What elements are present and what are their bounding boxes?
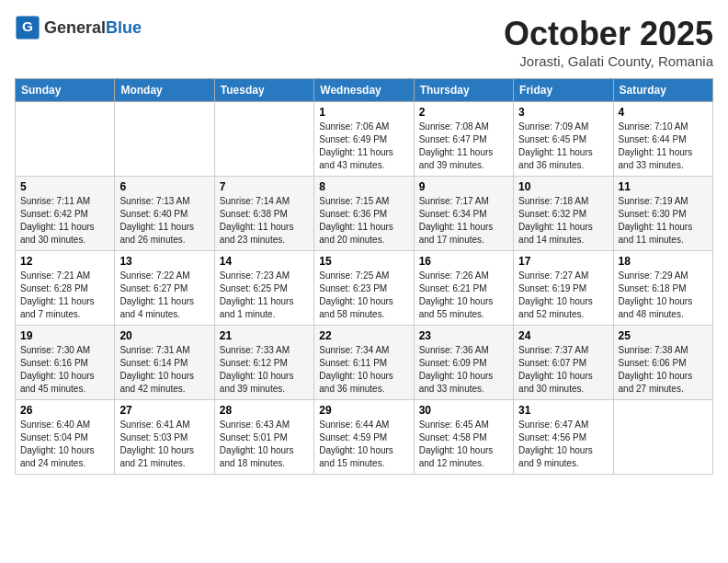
calendar-cell: 25Sunrise: 7:38 AMSunset: 6:06 PMDayligh… — [613, 326, 712, 400]
day-info: Sunrise: 7:08 AMSunset: 6:47 PMDaylight:… — [419, 121, 508, 172]
day-info: Sunrise: 7:36 AMSunset: 6:09 PMDaylight:… — [419, 344, 508, 396]
day-number: 3 — [518, 106, 608, 119]
day-number: 19 — [20, 329, 109, 342]
calendar-week-row: 1Sunrise: 7:06 AMSunset: 6:49 PMDaylight… — [16, 102, 713, 177]
weekday-header-cell: Saturday — [613, 79, 712, 102]
day-info: Sunrise: 7:22 AMSunset: 6:27 PMDaylight:… — [119, 270, 209, 321]
title-block: October 2025 Jorasti, Galati County, Rom… — [504, 15, 713, 69]
calendar-cell: 30Sunrise: 6:45 AMSunset: 4:58 PMDayligh… — [414, 400, 513, 475]
calendar-cell: 6Sunrise: 7:13 AMSunset: 6:40 PMDaylight… — [115, 177, 214, 251]
day-info: Sunrise: 7:27 AMSunset: 6:19 PMDaylight:… — [518, 270, 608, 321]
calendar-cell — [214, 102, 313, 177]
day-number: 14 — [220, 255, 309, 268]
calendar-cell: 20Sunrise: 7:31 AMSunset: 6:14 PMDayligh… — [115, 326, 214, 400]
calendar-week-row: 12Sunrise: 7:21 AMSunset: 6:28 PMDayligh… — [16, 251, 713, 326]
day-info: Sunrise: 6:47 AMSunset: 4:56 PMDaylight:… — [518, 419, 608, 470]
calendar-cell: 12Sunrise: 7:21 AMSunset: 6:28 PMDayligh… — [16, 251, 115, 326]
day-number: 20 — [119, 329, 209, 342]
day-number: 29 — [319, 404, 408, 417]
day-number: 25 — [619, 329, 708, 342]
day-number: 6 — [119, 180, 209, 193]
calendar-cell: 19Sunrise: 7:30 AMSunset: 6:16 PMDayligh… — [16, 326, 115, 400]
day-number: 27 — [119, 404, 209, 417]
day-number: 1 — [319, 106, 408, 119]
day-number: 2 — [419, 106, 508, 119]
calendar-cell — [16, 102, 115, 177]
day-number: 13 — [119, 255, 209, 268]
weekday-header-cell: Friday — [514, 79, 613, 102]
day-info: Sunrise: 6:44 AMSunset: 4:59 PMDaylight:… — [319, 419, 408, 470]
day-info: Sunrise: 7:11 AMSunset: 6:42 PMDaylight:… — [20, 195, 109, 247]
day-info: Sunrise: 7:14 AMSunset: 6:38 PMDaylight:… — [220, 195, 309, 247]
calendar-cell: 15Sunrise: 7:25 AMSunset: 6:23 PMDayligh… — [314, 251, 414, 326]
day-info: Sunrise: 7:10 AMSunset: 6:44 PMDaylight:… — [619, 121, 708, 172]
logo: G GeneralBlue — [15, 15, 142, 40]
calendar-cell — [115, 102, 214, 177]
calendar-cell — [613, 400, 712, 475]
calendar-cell: 8Sunrise: 7:15 AMSunset: 6:36 PMDaylight… — [314, 177, 414, 251]
day-number: 5 — [20, 180, 109, 193]
day-info: Sunrise: 6:40 AMSunset: 5:04 PMDaylight:… — [20, 419, 109, 470]
calendar-week-row: 5Sunrise: 7:11 AMSunset: 6:42 PMDaylight… — [16, 177, 713, 251]
day-info: Sunrise: 7:29 AMSunset: 6:18 PMDaylight:… — [619, 270, 708, 321]
weekday-header-cell: Monday — [115, 79, 214, 102]
day-info: Sunrise: 7:06 AMSunset: 6:49 PMDaylight:… — [319, 121, 408, 172]
day-info: Sunrise: 7:31 AMSunset: 6:14 PMDaylight:… — [119, 344, 209, 396]
page-header: G GeneralBlue October 2025 Jorasti, Gala… — [15, 15, 713, 69]
day-number: 7 — [220, 180, 309, 193]
calendar-table: SundayMondayTuesdayWednesdayThursdayFrid… — [15, 78, 713, 475]
day-info: Sunrise: 7:17 AMSunset: 6:34 PMDaylight:… — [419, 195, 508, 247]
day-number: 31 — [518, 404, 608, 417]
day-info: Sunrise: 7:25 AMSunset: 6:23 PMDaylight:… — [319, 270, 408, 321]
calendar-cell: 26Sunrise: 6:40 AMSunset: 5:04 PMDayligh… — [16, 400, 115, 475]
day-number: 22 — [319, 329, 408, 342]
day-number: 24 — [518, 329, 608, 342]
day-info: Sunrise: 7:15 AMSunset: 6:36 PMDaylight:… — [319, 195, 408, 247]
day-info: Sunrise: 7:18 AMSunset: 6:32 PMDaylight:… — [518, 195, 608, 247]
day-info: Sunrise: 7:33 AMSunset: 6:12 PMDaylight:… — [220, 344, 309, 396]
weekday-header-cell: Thursday — [414, 79, 513, 102]
day-info: Sunrise: 7:19 AMSunset: 6:30 PMDaylight:… — [619, 195, 708, 247]
day-info: Sunrise: 7:30 AMSunset: 6:16 PMDaylight:… — [20, 344, 109, 396]
calendar-cell: 31Sunrise: 6:47 AMSunset: 4:56 PMDayligh… — [514, 400, 613, 475]
day-info: Sunrise: 7:13 AMSunset: 6:40 PMDaylight:… — [119, 195, 209, 247]
weekday-header-cell: Wednesday — [314, 79, 414, 102]
calendar-cell: 28Sunrise: 6:43 AMSunset: 5:01 PMDayligh… — [214, 400, 313, 475]
calendar-week-row: 19Sunrise: 7:30 AMSunset: 6:16 PMDayligh… — [16, 326, 713, 400]
calendar-cell: 9Sunrise: 7:17 AMSunset: 6:34 PMDaylight… — [414, 177, 513, 251]
calendar-cell: 16Sunrise: 7:26 AMSunset: 6:21 PMDayligh… — [414, 251, 513, 326]
calendar-cell: 13Sunrise: 7:22 AMSunset: 6:27 PMDayligh… — [115, 251, 214, 326]
day-number: 15 — [319, 255, 408, 268]
calendar-cell: 29Sunrise: 6:44 AMSunset: 4:59 PMDayligh… — [314, 400, 414, 475]
logo-general-text: General — [44, 18, 106, 37]
day-info: Sunrise: 7:37 AMSunset: 6:07 PMDaylight:… — [518, 344, 608, 396]
calendar-cell: 11Sunrise: 7:19 AMSunset: 6:30 PMDayligh… — [613, 177, 712, 251]
month-title: October 2025 — [504, 15, 713, 53]
day-number: 23 — [419, 329, 508, 342]
calendar-body: 1Sunrise: 7:06 AMSunset: 6:49 PMDaylight… — [16, 102, 713, 475]
weekday-header-cell: Tuesday — [214, 79, 313, 102]
calendar-cell: 21Sunrise: 7:33 AMSunset: 6:12 PMDayligh… — [214, 326, 313, 400]
svg-text:G: G — [22, 18, 33, 34]
day-info: Sunrise: 7:26 AMSunset: 6:21 PMDaylight:… — [419, 270, 508, 321]
day-info: Sunrise: 7:34 AMSunset: 6:11 PMDaylight:… — [319, 344, 408, 396]
day-number: 26 — [20, 404, 109, 417]
logo-icon: G — [15, 15, 40, 40]
calendar-cell: 5Sunrise: 7:11 AMSunset: 6:42 PMDaylight… — [16, 177, 115, 251]
day-info: Sunrise: 7:21 AMSunset: 6:28 PMDaylight:… — [20, 270, 109, 321]
calendar-cell: 27Sunrise: 6:41 AMSunset: 5:03 PMDayligh… — [115, 400, 214, 475]
day-number: 17 — [518, 255, 608, 268]
day-number: 12 — [20, 255, 109, 268]
day-info: Sunrise: 6:43 AMSunset: 5:01 PMDaylight:… — [220, 419, 309, 470]
calendar-cell: 18Sunrise: 7:29 AMSunset: 6:18 PMDayligh… — [613, 251, 712, 326]
calendar-cell: 17Sunrise: 7:27 AMSunset: 6:19 PMDayligh… — [514, 251, 613, 326]
day-number: 28 — [220, 404, 309, 417]
calendar-cell: 1Sunrise: 7:06 AMSunset: 6:49 PMDaylight… — [314, 102, 414, 177]
calendar-cell: 4Sunrise: 7:10 AMSunset: 6:44 PMDaylight… — [613, 102, 712, 177]
calendar-cell: 2Sunrise: 7:08 AMSunset: 6:47 PMDaylight… — [414, 102, 513, 177]
weekday-header-row: SundayMondayTuesdayWednesdayThursdayFrid… — [16, 79, 713, 102]
day-info: Sunrise: 6:45 AMSunset: 4:58 PMDaylight:… — [419, 419, 508, 470]
day-number: 10 — [518, 180, 608, 193]
logo-blue-text: Blue — [106, 18, 142, 37]
day-number: 9 — [419, 180, 508, 193]
